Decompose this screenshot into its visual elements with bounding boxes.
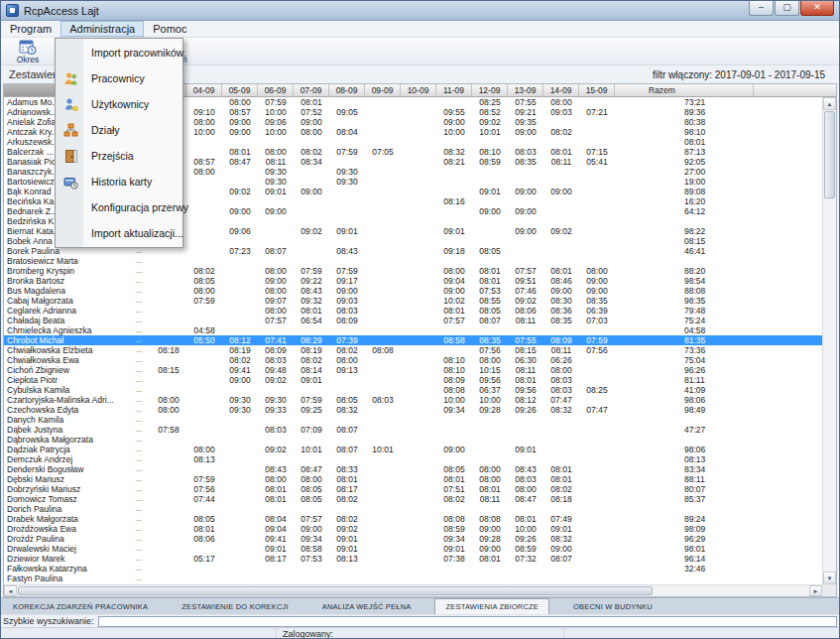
column-header-razem[interactable]: Razem [615,84,754,97]
scroll-left-arrow-icon[interactable] [4,585,17,596]
column-header-11-09[interactable]: 11-09 [436,84,472,97]
row-details-button[interactable]: ... [127,425,151,435]
admin-menu-item-przejscia[interactable]: Przejścia [57,143,181,169]
row-details-button[interactable]: ... [127,405,151,415]
row-details-button[interactable]: ... [127,474,151,484]
table-row[interactable]: Drabek Małgorzata...08:0508:0407:5708:02… [4,514,822,524]
row-details-button[interactable]: ... [127,415,151,425]
column-header-12-09[interactable]: 12-09 [472,84,508,97]
bottom-tab-zestawienie-do-korekcji[interactable]: ZESTAWIENIE DO KOREKCJI [172,598,299,614]
row-details-button[interactable]: ... [127,385,151,395]
row-details-button[interactable]: ... [127,276,151,286]
close-button-icon[interactable]: ✕ [800,1,834,16]
table-row[interactable]: Bromberg Kryspin...08:0208:0007:5907:590… [4,266,822,276]
row-details-button[interactable]: ... [127,564,151,574]
row-details-button[interactable]: ... [127,286,151,296]
admin-menu-item-dzialy[interactable]: Działy [57,117,181,143]
period-button[interactable]: Okres [5,39,51,64]
row-details-button[interactable]: ... [127,365,151,375]
menubar-item-program[interactable]: Program [1,21,60,37]
table-row[interactable]: Ciepłota Piotr...09:0009:0209:0108:0909:… [4,375,822,385]
table-row[interactable]: Danych Kamila... [4,415,822,425]
table-row[interactable]: Ceglarek Adrianna...08:0008:0108:0308:01… [4,306,822,316]
row-details-button[interactable]: ... [127,544,151,554]
column-header-06-09[interactable]: 06-09 [258,84,294,97]
table-row[interactable]: Cybulska Kamila...08:0806:3709:5608:0308… [4,385,822,395]
row-details-button[interactable]: ... [127,375,151,385]
row-details-button[interactable]: ... [127,484,151,494]
table-row[interactable]: Dobrzyński Mariusz...07:5608:0108:0508:1… [4,484,822,494]
vertical-scrollbar[interactable] [822,97,836,584]
table-row[interactable]: Drożdżowska Ewa...08:0109:0409:0009:0208… [4,524,822,534]
table-row[interactable]: Czartoryjska-Malinska Adri......08:0009:… [4,395,822,405]
admin-menu-item-pracownicy[interactable]: Pracownicy [57,65,181,91]
quick-search-input[interactable] [98,616,837,627]
table-row[interactable]: Chwiałkowska Ewa...08:0208:0308:0208:000… [4,355,822,365]
row-details-button[interactable]: ... [127,514,151,524]
table-row[interactable]: Cichoń Zbigniew...08:1509:4109:4808:1409… [4,365,822,375]
table-row[interactable]: Drożdż Paulina...08:0609:4109:3409:0109:… [4,534,822,544]
table-row[interactable]: Fałkowska Katarzyna...32:46 [4,564,822,574]
row-details-button[interactable]: ... [127,574,151,583]
title-bar[interactable]: RcpAccess Lajt – ▢ ✕ [1,1,839,21]
column-header-14-09[interactable]: 14-09 [543,84,579,97]
bottom-tab-zestawienia-zbiorcze[interactable]: ZESTAWIENIA ZBIORCZE [434,598,549,614]
row-details-button[interactable]: ... [127,355,151,365]
table-row[interactable]: Dorich Paulina... [4,504,822,514]
admin-menu-item-import-pracownikow[interactable]: Import pracowników [57,40,181,65]
row-details-button[interactable]: ... [127,524,151,534]
row-details-button[interactable]: ... [127,316,151,325]
column-header-04-09[interactable]: 04-09 [186,84,222,97]
row-details-button[interactable]: ... [127,266,151,276]
menubar-item-pomoc[interactable]: Pomoc [144,21,195,37]
table-row[interactable]: Fastyn Paulina... [4,574,822,583]
table-row[interactable]: Chmielecka Agnieszka...04:5804:58 [4,325,822,335]
table-row[interactable]: Bratosiewicz Marta... [4,256,822,266]
row-details-button[interactable]: ... [127,306,151,316]
table-row[interactable]: Chaładaj Beata...07:5706:5408:0907:5708:… [4,316,822,325]
row-details-button[interactable]: ... [127,435,151,445]
horizontal-scrollbar[interactable] [4,584,822,596]
row-details-button[interactable]: ... [127,454,151,464]
admin-menu-item-konfiguracja-przerwy[interactable]: Konfiguracja przerwy [57,194,181,220]
column-header-15-09[interactable]: 15-09 [579,84,615,97]
row-details-button[interactable]: ... [127,345,151,355]
table-row[interactable]: Dąbrowska Małgorzata... [4,435,822,445]
table-row[interactable]: Drwalewski Maciej...09:0108:5809:0109:01… [4,544,822,554]
row-details-button[interactable]: ... [127,335,151,345]
scroll-right-arrow-icon[interactable] [809,585,822,596]
bottom-tab-obecni-w-budynku[interactable]: OBECNI W BUDYNKU [563,598,662,614]
bottom-tab-korekcja-zdarzen-pracownika[interactable]: KOREKCJA ZDARZEŃ PRACOWNIKA [3,598,158,614]
table-row[interactable]: Czechowska Edyta...08:0009:3009:3309:250… [4,405,822,415]
table-row[interactable]: Dąbek Justyna...07:5808:0307:0908:0747:2… [4,425,822,435]
row-details-button[interactable]: ... [127,395,151,405]
admin-menu-item-import-aktualizacji[interactable]: Import aktualizacji... [57,220,181,246]
row-details-button[interactable]: ... [127,445,151,454]
row-details-button[interactable]: ... [127,464,151,474]
maximize-button-icon[interactable]: ▢ [775,1,799,16]
column-header-08-09[interactable]: 08-09 [329,84,365,97]
row-details-button[interactable]: ... [127,534,151,544]
horizontal-scroll-thumb[interactable] [18,586,653,595]
column-header-13-09[interactable]: 13-09 [508,84,543,97]
vertical-scroll-thumb[interactable] [824,111,835,198]
admin-menu-item-historia-karty[interactable]: Historia karty [57,169,181,194]
table-row[interactable]: Denderski Bogusław...08:4308:4708:3308:0… [4,464,822,474]
column-header-07-09[interactable]: 07-09 [294,84,329,97]
minimize-button-icon[interactable]: – [749,1,774,16]
table-row[interactable]: Cabaj Małgorzata...07:5909:0709:3209:031… [4,296,822,306]
row-details-button[interactable]: ... [127,504,151,514]
table-row[interactable]: Bus Magdalena...08:0008:0008:4309:0009:0… [4,286,822,296]
table-row[interactable]: Chwiałkowska Elżbieta...08:1808:1908:090… [4,345,822,355]
column-header-09-09[interactable]: 09-09 [365,84,401,97]
menubar-item-administracja[interactable]: Administracja [60,21,144,37]
table-row[interactable]: Dziewior Marek...05:1708:1707:5308:1307:… [4,554,822,564]
scroll-down-arrow-icon[interactable] [823,572,836,584]
scroll-up-arrow-icon[interactable] [823,97,836,110]
row-details-button[interactable]: ... [127,554,151,564]
table-row[interactable]: Domowicz Tomasz...07:4408:0108:0508:0208… [4,494,822,504]
admin-menu-item-uzytkownicy[interactable]: Użytkownicy [57,91,181,117]
row-details-button[interactable]: ... [127,256,151,266]
column-header-10-09[interactable]: 10-09 [401,84,436,97]
bottom-tab-analiza-wejsc-pelna[interactable]: ANALIZA WEJŚĆ PEŁNA [312,598,421,614]
